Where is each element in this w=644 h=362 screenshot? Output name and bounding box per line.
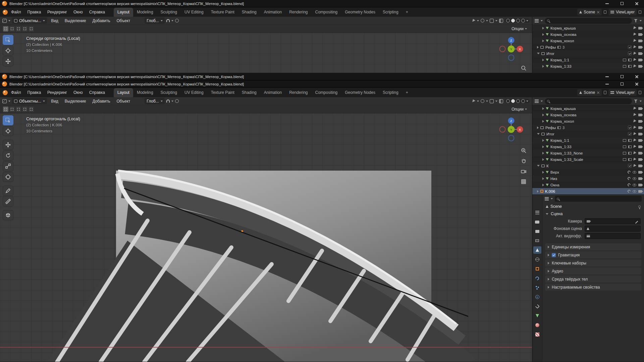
filter-icon[interactable] <box>634 100 638 103</box>
active-clip-field[interactable] <box>585 233 641 239</box>
select-menu[interactable]: Выделение <box>62 98 89 105</box>
menu-window[interactable]: Окно <box>70 89 86 96</box>
tab-shading[interactable]: Shading <box>238 8 260 17</box>
screen-icon[interactable] <box>623 145 626 148</box>
tab-uv-editing[interactable]: UV Editing <box>181 8 207 17</box>
tab-geometry-nodes[interactable]: Geometry Nodes <box>341 8 379 17</box>
section-keying-sets[interactable]: Ключевые наборы <box>545 259 641 266</box>
proportional-edit-icon[interactable] <box>175 99 179 103</box>
render-visibility-icon[interactable] <box>638 33 642 36</box>
modifier-icon[interactable] <box>627 183 631 187</box>
render-visibility-icon[interactable] <box>638 126 642 129</box>
render-visibility-icon[interactable] <box>638 114 642 116</box>
menu-render[interactable]: Рендеринг <box>44 8 70 16</box>
snap-caret[interactable] <box>171 20 173 21</box>
outliner-item-label[interactable]: Корма_хохол <box>550 119 574 123</box>
tool-move[interactable] <box>3 140 13 150</box>
expand-arrow-icon[interactable] <box>542 65 544 68</box>
mode-dropdown[interactable]: Объектны... <box>12 17 47 24</box>
tab-compositing[interactable]: Compositing <box>312 8 341 17</box>
orientation-dropdown[interactable]: Глоб... <box>145 17 165 24</box>
tab-sculpting[interactable]: Sculpting <box>157 8 181 17</box>
outliner-item-label[interactable]: Корма_крыша <box>550 107 576 111</box>
selectable-icon[interactable] <box>633 113 637 116</box>
renders-icon[interactable] <box>628 145 632 148</box>
expand-arrow-icon[interactable] <box>542 40 544 42</box>
expand-arrow-icon[interactable] <box>542 114 544 116</box>
tab-texture-paint[interactable]: Texture Paint <box>207 8 238 17</box>
hide-eye-icon[interactable] <box>633 190 636 193</box>
tab-output[interactable] <box>533 228 541 235</box>
axis-neg-z-ball[interactable] <box>508 55 514 61</box>
select-mode-subtract[interactable] <box>16 107 21 112</box>
tab-uv-editing[interactable]: UV Editing <box>181 88 207 97</box>
render-visibility-icon[interactable] <box>638 152 642 155</box>
viewlayer-selector[interactable]: ViewLayer <box>608 9 637 15</box>
editor-type-caret[interactable] <box>8 20 10 21</box>
expand-arrow-icon[interactable] <box>542 120 544 123</box>
xray-toggle-icon[interactable] <box>499 19 503 23</box>
select-mode-extend[interactable] <box>9 107 15 112</box>
menu-window[interactable]: Окно <box>70 8 86 16</box>
tab-object[interactable] <box>533 265 541 273</box>
zoom-icon[interactable] <box>521 147 527 155</box>
background-scene-field[interactable] <box>585 226 641 232</box>
expand-arrow-icon[interactable] <box>542 27 544 29</box>
view-menu[interactable]: Вид <box>49 17 61 24</box>
selectable-icon[interactable] <box>633 39 637 42</box>
mode-dropdown[interactable]: Объектны... <box>12 98 47 104</box>
orientation-dropdown[interactable]: Глоб... <box>145 98 165 104</box>
outliner-row[interactable]: Рефы3 <box>532 44 644 50</box>
expand-arrow-icon[interactable] <box>537 190 539 193</box>
camera-field[interactable] <box>585 218 641 224</box>
selectable-icon[interactable] <box>633 33 637 36</box>
blender-menu-icon[interactable] <box>3 10 8 15</box>
render-visibility-icon[interactable] <box>638 165 642 167</box>
render-visibility-icon[interactable] <box>638 133 642 135</box>
properties-editor-icon[interactable] <box>545 197 549 200</box>
selectable-icon[interactable] <box>633 26 637 29</box>
outliner-item-label[interactable]: Корма_1:33_None <box>550 151 583 155</box>
tab-layout[interactable]: Layout <box>114 8 133 17</box>
collapse-arrow-icon[interactable] <box>537 53 540 54</box>
axis-neg-x-ball[interactable] <box>500 46 505 52</box>
tab-modeling[interactable]: Modeling <box>133 8 157 17</box>
render-visibility-icon[interactable] <box>638 177 642 180</box>
tab-constraints[interactable] <box>533 303 541 310</box>
titlebar[interactable]: Blender [C:\Users\admin\OneDrive\Рабочий… <box>0 73 644 80</box>
menu-file[interactable]: Файл <box>8 89 24 96</box>
selectable-icon[interactable] <box>633 138 637 142</box>
shading-wireframe-icon[interactable] <box>506 99 510 103</box>
maximize-button[interactable] <box>614 0 629 7</box>
tab-texture[interactable] <box>533 331 541 338</box>
outliner-row[interactable]: К <box>532 163 644 169</box>
new-scene-icon[interactable] <box>604 10 606 14</box>
outliner-row[interactable]: Корма_основа <box>532 31 644 38</box>
outliner-item-label[interactable]: Итог <box>546 52 554 56</box>
renders-icon[interactable] <box>628 59 632 61</box>
section-units[interactable]: Единицы измерения <box>545 243 641 250</box>
new-scene-icon[interactable] <box>604 91 606 94</box>
tab-scripting[interactable]: Scripting <box>379 8 402 17</box>
viewport-canvas-top[interactable]: Спереди ортогональ (Local) (2) Collectio… <box>0 33 532 73</box>
shading-material-icon[interactable] <box>516 99 520 103</box>
xray-toggle-icon[interactable] <box>499 99 503 103</box>
outliner-item-label[interactable]: Верх <box>550 170 559 174</box>
select-mode-invert[interactable] <box>22 26 28 32</box>
overlays-caret[interactable] <box>495 101 497 102</box>
selectable-icon[interactable] <box>633 119 637 123</box>
overlays-icon[interactable] <box>490 19 494 23</box>
modifier-icon[interactable] <box>627 189 631 193</box>
outliner-row[interactable]: Корма_1:33_Scale <box>532 156 644 163</box>
outliner-row[interactable]: Корма_крыша <box>532 105 644 112</box>
expand-arrow-icon[interactable] <box>542 177 544 180</box>
outliner-item-label[interactable]: Рефы <box>545 45 556 49</box>
tab-scene[interactable] <box>533 246 541 254</box>
section-rigid-body[interactable]: Среда твёрдых тел <box>545 276 641 283</box>
tool-select-box[interactable] <box>3 35 13 45</box>
gizmos-icon[interactable] <box>481 19 484 22</box>
close-button[interactable] <box>629 73 644 80</box>
tab-sculpting[interactable]: Sculpting <box>157 88 181 97</box>
tool-annotate[interactable] <box>3 186 13 196</box>
screen-icon[interactable] <box>623 139 626 142</box>
